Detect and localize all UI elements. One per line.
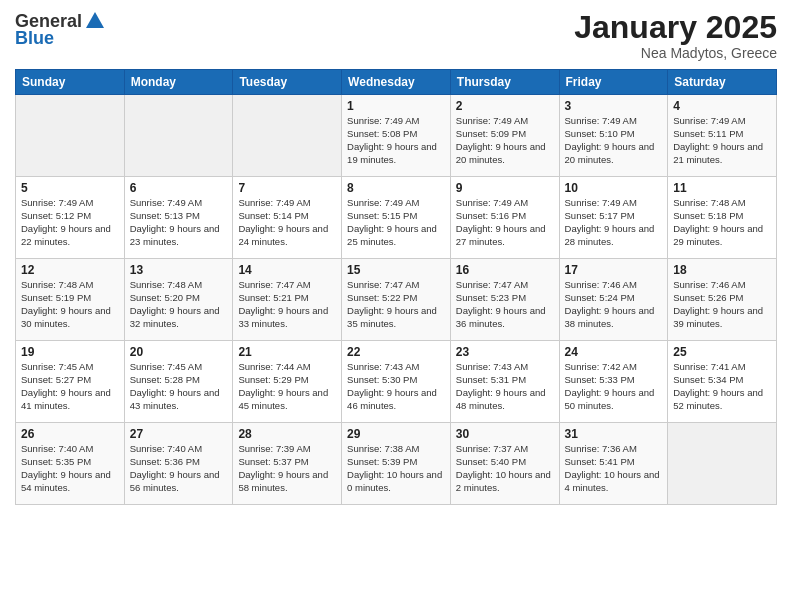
- header-wednesday: Wednesday: [342, 70, 451, 95]
- table-row: 10Sunrise: 7:49 AM Sunset: 5:17 PM Dayli…: [559, 177, 668, 259]
- table-row: 18Sunrise: 7:46 AM Sunset: 5:26 PM Dayli…: [668, 259, 777, 341]
- header-tuesday: Tuesday: [233, 70, 342, 95]
- header-thursday: Thursday: [450, 70, 559, 95]
- table-row: 24Sunrise: 7:42 AM Sunset: 5:33 PM Dayli…: [559, 341, 668, 423]
- day-number: 1: [347, 99, 445, 113]
- table-row: 31Sunrise: 7:36 AM Sunset: 5:41 PM Dayli…: [559, 423, 668, 505]
- day-number: 13: [130, 263, 228, 277]
- day-number: 27: [130, 427, 228, 441]
- table-row: 2Sunrise: 7:49 AM Sunset: 5:09 PM Daylig…: [450, 95, 559, 177]
- table-row: 15Sunrise: 7:47 AM Sunset: 5:22 PM Dayli…: [342, 259, 451, 341]
- day-info: Sunrise: 7:49 AM Sunset: 5:10 PM Dayligh…: [565, 115, 663, 166]
- day-number: 19: [21, 345, 119, 359]
- day-number: 28: [238, 427, 336, 441]
- day-info: Sunrise: 7:49 AM Sunset: 5:15 PM Dayligh…: [347, 197, 445, 248]
- table-row: 6Sunrise: 7:49 AM Sunset: 5:13 PM Daylig…: [124, 177, 233, 259]
- day-number: 6: [130, 181, 228, 195]
- day-number: 14: [238, 263, 336, 277]
- day-info: Sunrise: 7:49 AM Sunset: 5:14 PM Dayligh…: [238, 197, 336, 248]
- day-info: Sunrise: 7:48 AM Sunset: 5:19 PM Dayligh…: [21, 279, 119, 330]
- table-row: 12Sunrise: 7:48 AM Sunset: 5:19 PM Dayli…: [16, 259, 125, 341]
- day-number: 11: [673, 181, 771, 195]
- calendar-week-row: 19Sunrise: 7:45 AM Sunset: 5:27 PM Dayli…: [16, 341, 777, 423]
- logo-icon: [84, 10, 106, 32]
- table-row: [124, 95, 233, 177]
- day-info: Sunrise: 7:36 AM Sunset: 5:41 PM Dayligh…: [565, 443, 663, 494]
- day-info: Sunrise: 7:49 AM Sunset: 5:17 PM Dayligh…: [565, 197, 663, 248]
- day-info: Sunrise: 7:48 AM Sunset: 5:18 PM Dayligh…: [673, 197, 771, 248]
- day-number: 5: [21, 181, 119, 195]
- calendar-week-row: 5Sunrise: 7:49 AM Sunset: 5:12 PM Daylig…: [16, 177, 777, 259]
- calendar-week-row: 12Sunrise: 7:48 AM Sunset: 5:19 PM Dayli…: [16, 259, 777, 341]
- logo: General Blue: [15, 10, 106, 49]
- day-number: 21: [238, 345, 336, 359]
- day-info: Sunrise: 7:43 AM Sunset: 5:31 PM Dayligh…: [456, 361, 554, 412]
- day-info: Sunrise: 7:49 AM Sunset: 5:11 PM Dayligh…: [673, 115, 771, 166]
- table-row: [668, 423, 777, 505]
- day-info: Sunrise: 7:40 AM Sunset: 5:35 PM Dayligh…: [21, 443, 119, 494]
- table-row: 20Sunrise: 7:45 AM Sunset: 5:28 PM Dayli…: [124, 341, 233, 423]
- day-info: Sunrise: 7:43 AM Sunset: 5:30 PM Dayligh…: [347, 361, 445, 412]
- day-info: Sunrise: 7:48 AM Sunset: 5:20 PM Dayligh…: [130, 279, 228, 330]
- table-row: 22Sunrise: 7:43 AM Sunset: 5:30 PM Dayli…: [342, 341, 451, 423]
- day-number: 17: [565, 263, 663, 277]
- table-row: [16, 95, 125, 177]
- day-info: Sunrise: 7:44 AM Sunset: 5:29 PM Dayligh…: [238, 361, 336, 412]
- table-row: 13Sunrise: 7:48 AM Sunset: 5:20 PM Dayli…: [124, 259, 233, 341]
- page-container: General Blue January 2025 Nea Madytos, G…: [0, 0, 792, 612]
- page-header: General Blue January 2025 Nea Madytos, G…: [15, 10, 777, 61]
- day-info: Sunrise: 7:40 AM Sunset: 5:36 PM Dayligh…: [130, 443, 228, 494]
- table-row: 7Sunrise: 7:49 AM Sunset: 5:14 PM Daylig…: [233, 177, 342, 259]
- day-info: Sunrise: 7:41 AM Sunset: 5:34 PM Dayligh…: [673, 361, 771, 412]
- day-number: 8: [347, 181, 445, 195]
- table-row: 21Sunrise: 7:44 AM Sunset: 5:29 PM Dayli…: [233, 341, 342, 423]
- day-info: Sunrise: 7:42 AM Sunset: 5:33 PM Dayligh…: [565, 361, 663, 412]
- table-row: [233, 95, 342, 177]
- day-number: 4: [673, 99, 771, 113]
- day-info: Sunrise: 7:49 AM Sunset: 5:12 PM Dayligh…: [21, 197, 119, 248]
- day-info: Sunrise: 7:45 AM Sunset: 5:27 PM Dayligh…: [21, 361, 119, 412]
- header-saturday: Saturday: [668, 70, 777, 95]
- day-number: 12: [21, 263, 119, 277]
- day-info: Sunrise: 7:49 AM Sunset: 5:08 PM Dayligh…: [347, 115, 445, 166]
- day-info: Sunrise: 7:38 AM Sunset: 5:39 PM Dayligh…: [347, 443, 445, 494]
- day-info: Sunrise: 7:49 AM Sunset: 5:16 PM Dayligh…: [456, 197, 554, 248]
- day-number: 18: [673, 263, 771, 277]
- table-row: 3Sunrise: 7:49 AM Sunset: 5:10 PM Daylig…: [559, 95, 668, 177]
- day-number: 20: [130, 345, 228, 359]
- table-row: 27Sunrise: 7:40 AM Sunset: 5:36 PM Dayli…: [124, 423, 233, 505]
- header-friday: Friday: [559, 70, 668, 95]
- table-row: 16Sunrise: 7:47 AM Sunset: 5:23 PM Dayli…: [450, 259, 559, 341]
- table-row: 28Sunrise: 7:39 AM Sunset: 5:37 PM Dayli…: [233, 423, 342, 505]
- day-info: Sunrise: 7:45 AM Sunset: 5:28 PM Dayligh…: [130, 361, 228, 412]
- day-number: 26: [21, 427, 119, 441]
- day-number: 24: [565, 345, 663, 359]
- table-row: 19Sunrise: 7:45 AM Sunset: 5:27 PM Dayli…: [16, 341, 125, 423]
- day-info: Sunrise: 7:49 AM Sunset: 5:09 PM Dayligh…: [456, 115, 554, 166]
- table-row: 1Sunrise: 7:49 AM Sunset: 5:08 PM Daylig…: [342, 95, 451, 177]
- day-info: Sunrise: 7:49 AM Sunset: 5:13 PM Dayligh…: [130, 197, 228, 248]
- header-monday: Monday: [124, 70, 233, 95]
- day-info: Sunrise: 7:47 AM Sunset: 5:22 PM Dayligh…: [347, 279, 445, 330]
- table-row: 23Sunrise: 7:43 AM Sunset: 5:31 PM Dayli…: [450, 341, 559, 423]
- day-number: 29: [347, 427, 445, 441]
- calendar-table: Sunday Monday Tuesday Wednesday Thursday…: [15, 69, 777, 505]
- day-number: 25: [673, 345, 771, 359]
- day-number: 7: [238, 181, 336, 195]
- day-number: 22: [347, 345, 445, 359]
- calendar-week-row: 1Sunrise: 7:49 AM Sunset: 5:08 PM Daylig…: [16, 95, 777, 177]
- table-row: 25Sunrise: 7:41 AM Sunset: 5:34 PM Dayli…: [668, 341, 777, 423]
- table-row: 5Sunrise: 7:49 AM Sunset: 5:12 PM Daylig…: [16, 177, 125, 259]
- day-info: Sunrise: 7:46 AM Sunset: 5:24 PM Dayligh…: [565, 279, 663, 330]
- table-row: 26Sunrise: 7:40 AM Sunset: 5:35 PM Dayli…: [16, 423, 125, 505]
- logo-blue-text: Blue: [15, 28, 54, 49]
- title-section: January 2025 Nea Madytos, Greece: [574, 10, 777, 61]
- day-info: Sunrise: 7:47 AM Sunset: 5:23 PM Dayligh…: [456, 279, 554, 330]
- table-row: 29Sunrise: 7:38 AM Sunset: 5:39 PM Dayli…: [342, 423, 451, 505]
- day-info: Sunrise: 7:37 AM Sunset: 5:40 PM Dayligh…: [456, 443, 554, 494]
- day-number: 2: [456, 99, 554, 113]
- day-number: 16: [456, 263, 554, 277]
- day-number: 15: [347, 263, 445, 277]
- header-sunday: Sunday: [16, 70, 125, 95]
- table-row: 30Sunrise: 7:37 AM Sunset: 5:40 PM Dayli…: [450, 423, 559, 505]
